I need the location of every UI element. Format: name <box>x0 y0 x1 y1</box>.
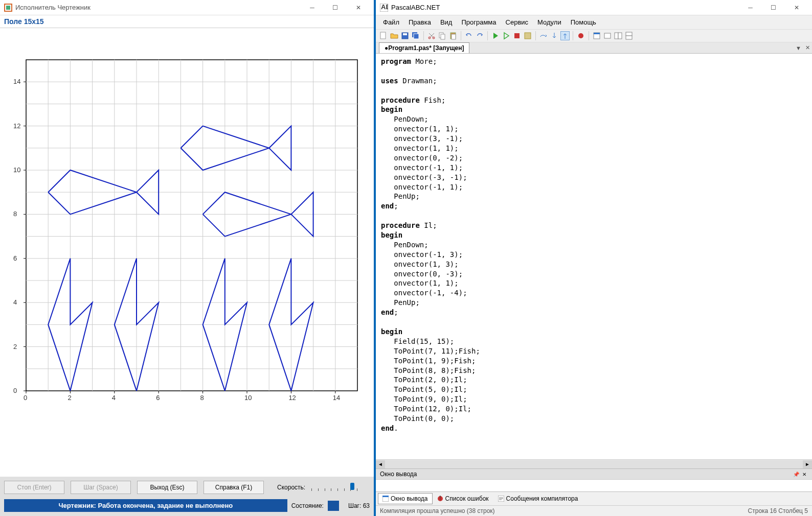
paste-icon[interactable] <box>448 31 458 40</box>
drawman-titlebar: Исполнитель Чертежник ─ ☐ ✕ <box>0 0 374 15</box>
close-button[interactable]: ✕ <box>785 1 808 15</box>
menu-modules[interactable]: Модули <box>533 16 566 28</box>
svg-rect-74 <box>441 34 445 39</box>
pin-icon[interactable]: 📌 <box>793 472 799 477</box>
menu-program[interactable]: Программа <box>457 16 500 28</box>
svg-text:14: 14 <box>13 78 20 85</box>
svg-text:0: 0 <box>24 394 27 402</box>
exit-button[interactable]: Выход (Esc) <box>137 481 197 494</box>
svg-text:10: 10 <box>244 394 252 402</box>
svg-rect-84 <box>618 33 622 39</box>
output-panel-header[interactable]: Окно вывода 📌 ✕ <box>376 468 812 479</box>
svg-rect-86 <box>626 36 632 39</box>
pascal-window: AB PascalABC.NET ─ ☐ ✕ Файл Правка Вид П… <box>376 0 812 516</box>
slider-thumb[interactable] <box>350 483 354 490</box>
svg-text:!: ! <box>439 496 441 502</box>
step-button[interactable]: Шаг (Space) <box>71 481 131 494</box>
tab-program1[interactable]: ●Program1.pas* [Запущен] <box>379 42 469 53</box>
tab-dropdown-icon[interactable]: ▼ <box>794 45 803 51</box>
open-file-icon[interactable] <box>390 31 399 40</box>
stop-run-icon[interactable] <box>512 31 522 40</box>
state-label: Состояние: <box>291 502 324 509</box>
svg-rect-70 <box>414 34 419 39</box>
svg-text:0: 0 <box>13 387 17 394</box>
panel-close-icon[interactable]: ✕ <box>802 472 806 477</box>
step-over-icon[interactable] <box>539 31 548 40</box>
scroll-right-icon[interactable]: ► <box>803 460 812 468</box>
menu-service[interactable]: Сервис <box>502 16 533 28</box>
help-button[interactable]: Справка (F1) <box>204 481 264 494</box>
svg-text:12: 12 <box>13 122 20 130</box>
status-compile: Компиляция прошла успешно (38 строк) <box>380 507 495 514</box>
save-icon[interactable] <box>400 31 410 40</box>
svg-text:12: 12 <box>288 394 296 402</box>
step-into-icon[interactable] <box>550 31 559 40</box>
svg-text:4: 4 <box>13 298 17 306</box>
field-size-label: Поле 15x15 <box>0 15 374 28</box>
maximize-button[interactable]: ☐ <box>324 1 347 15</box>
close-button[interactable]: ✕ <box>347 1 370 15</box>
output-panel-body <box>376 479 812 491</box>
svg-rect-77 <box>514 33 520 38</box>
new-file-icon[interactable] <box>379 31 388 40</box>
minimize-button[interactable]: ─ <box>739 1 762 15</box>
svg-text:AB: AB <box>381 4 388 11</box>
window1-icon[interactable] <box>603 31 612 40</box>
svg-rect-66 <box>380 32 386 39</box>
svg-text:6: 6 <box>156 394 160 402</box>
svg-rect-82 <box>604 33 611 38</box>
svg-text:2: 2 <box>67 394 71 402</box>
copy-icon[interactable] <box>438 31 447 40</box>
undo-icon[interactable] <box>464 31 473 40</box>
svg-rect-78 <box>525 33 531 39</box>
drawman-title: Исполнитель Чертежник <box>15 4 301 11</box>
stop-button[interactable]: Стоп (Enter) <box>4 481 64 494</box>
compile-icon[interactable] <box>523 31 532 40</box>
cut-icon[interactable] <box>427 31 436 40</box>
status-cursor-pos: Строка 16 Столбец 5 <box>748 507 808 514</box>
save-all-icon[interactable] <box>411 31 420 40</box>
code-editor[interactable]: program More; uses Drawman; procedure Fi… <box>376 54 812 459</box>
svg-rect-88 <box>382 496 389 497</box>
menu-help[interactable]: Помощь <box>567 16 600 28</box>
editor-horizontal-scrollbar[interactable]: ◄ ► <box>376 459 812 468</box>
svg-text:14: 14 <box>333 394 340 402</box>
run-icon[interactable] <box>491 31 500 40</box>
statusbar: Компиляция прошла успешно (38 строк) Стр… <box>376 505 812 516</box>
form-designer-icon[interactable] <box>592 31 601 40</box>
svg-rect-3 <box>26 60 357 391</box>
menu-view[interactable]: Вид <box>436 16 457 28</box>
maximize-button[interactable]: ☐ <box>762 1 785 15</box>
drawman-app-icon <box>4 4 12 12</box>
pascal-app-icon: AB <box>380 4 388 12</box>
window2-icon[interactable] <box>614 31 623 40</box>
tab-close-icon[interactable]: ✕ <box>803 44 812 51</box>
breakpoint-icon[interactable] <box>576 31 585 40</box>
svg-text:8: 8 <box>13 210 17 218</box>
svg-text:6: 6 <box>13 254 17 262</box>
redo-icon[interactable] <box>475 31 484 40</box>
step-count-label: Шаг: 63 <box>348 502 370 509</box>
pascal-titlebar: AB PascalABC.NET ─ ☐ ✕ <box>376 0 812 15</box>
run-no-debug-icon[interactable] <box>502 31 511 40</box>
pascal-title: PascalABC.NET <box>391 4 739 11</box>
window3-icon[interactable] <box>624 31 634 40</box>
tab-output[interactable]: Окно вывода <box>378 493 433 504</box>
tab-compiler-msgs[interactable]: Сообщения компилятора <box>493 493 583 504</box>
drawman-controls: Стоп (Enter) Шаг (Space) Выход (Esc) Спр… <box>0 477 374 516</box>
svg-rect-68 <box>403 33 407 35</box>
svg-rect-2 <box>6 6 10 10</box>
step-out-icon[interactable] <box>560 31 570 40</box>
status-banner: Чертежник: Работа окончена, задание не в… <box>4 499 287 512</box>
minimize-button[interactable]: ─ <box>301 1 324 15</box>
tab-errors[interactable]: !Список ошибок <box>433 493 493 504</box>
menu-edit[interactable]: Правка <box>404 16 435 28</box>
svg-text:4: 4 <box>112 394 116 402</box>
scroll-left-icon[interactable]: ◄ <box>376 460 385 468</box>
svg-rect-81 <box>594 33 600 34</box>
svg-rect-83 <box>615 33 618 39</box>
svg-text:8: 8 <box>200 394 204 402</box>
speed-slider[interactable] <box>311 484 357 491</box>
speed-label: Скорость: <box>277 484 305 491</box>
menu-file[interactable]: Файл <box>379 16 403 28</box>
